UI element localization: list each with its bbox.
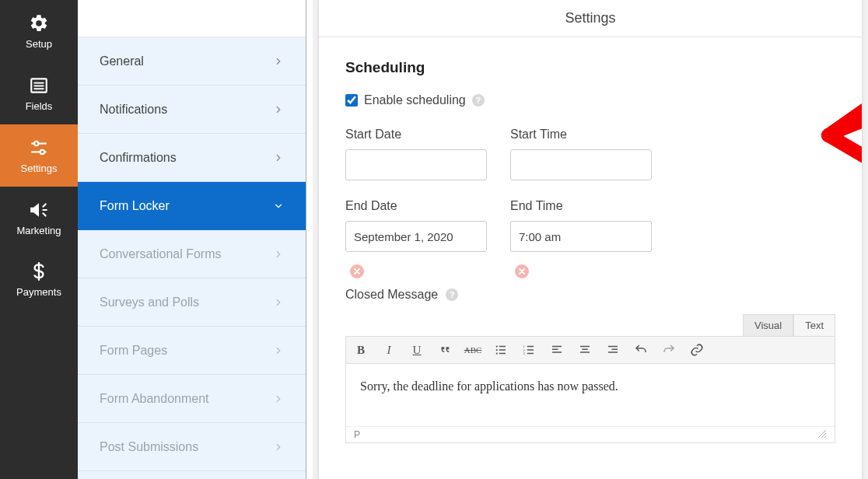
rail-label: Setup <box>26 38 52 50</box>
svg-point-8 <box>496 345 498 347</box>
chevron-right-icon <box>273 56 284 67</box>
numbered-list-icon[interactable]: 123 <box>520 341 537 358</box>
bullet-list-icon[interactable] <box>492 341 509 358</box>
sidebar-item-label: General <box>100 54 144 68</box>
svg-rect-23 <box>580 346 590 348</box>
sidebar-item-post-submissions[interactable]: Post Submissions <box>78 423 306 471</box>
editor-tab-visual[interactable]: Visual <box>743 314 793 337</box>
svg-rect-28 <box>608 351 618 353</box>
svg-rect-25 <box>580 351 590 353</box>
end-time-input[interactable] <box>510 221 652 252</box>
enable-scheduling-row: Enable scheduling ? <box>345 93 835 107</box>
svg-rect-15 <box>527 346 534 348</box>
sidebar-item-confirmations[interactable]: Confirmations <box>78 134 306 182</box>
align-right-icon[interactable] <box>604 341 621 358</box>
sidebar-item-label: Form Locker <box>100 199 170 213</box>
help-icon[interactable]: ? <box>472 94 485 107</box>
main-nav-rail: Setup Fields Settings Marketing Payments <box>0 0 78 479</box>
sidebar-item-conversational-forms[interactable]: Conversational Forms <box>78 230 306 278</box>
svg-rect-9 <box>499 346 506 348</box>
svg-rect-19 <box>527 353 534 355</box>
svg-rect-24 <box>582 349 588 351</box>
end-date-label: End Date <box>345 199 487 213</box>
svg-rect-1 <box>34 82 44 83</box>
italic-icon[interactable]: I <box>380 341 397 358</box>
svg-rect-27 <box>612 349 618 351</box>
redo-icon[interactable] <box>660 341 677 358</box>
chevron-right-icon <box>273 104 284 115</box>
sidebar-item-label: Form Abandonment <box>100 392 209 406</box>
sidebar-item-surveys-polls[interactable]: Surveys and Polls <box>78 278 306 327</box>
end-date-input[interactable] <box>345 221 487 252</box>
chevron-down-icon <box>273 201 284 212</box>
quote-icon[interactable] <box>436 341 453 358</box>
bullhorn-icon <box>29 200 49 220</box>
sidebar-item-label: Form Pages <box>100 344 167 358</box>
settings-sidebar-header <box>78 0 306 37</box>
enable-scheduling-label: Enable scheduling <box>364 93 466 107</box>
sidebar-item-label: Post Submissions <box>100 440 198 454</box>
underline-icon[interactable]: U <box>408 341 425 358</box>
start-time-input[interactable] <box>510 149 652 180</box>
rail-item-marketing[interactable]: Marketing <box>0 187 78 249</box>
section-title: Scheduling <box>345 59 835 76</box>
align-center-icon[interactable] <box>576 341 593 358</box>
gear-icon <box>29 13 49 33</box>
page-title: Settings <box>319 0 862 37</box>
settings-list: General Notifications Confirmations Form… <box>78 37 306 479</box>
editor-tabs: Visual Text <box>345 314 835 337</box>
bold-icon[interactable]: B <box>352 341 369 358</box>
chevron-right-icon <box>273 393 284 404</box>
editor-content[interactable]: Sorry, the deadline for applications has… <box>346 364 835 426</box>
closed-message-label: Closed Message <box>345 288 438 302</box>
main-column: Settings Scheduling Enable scheduling ? … <box>306 0 868 479</box>
enable-scheduling-checkbox[interactable] <box>345 94 358 107</box>
list-icon <box>29 75 49 96</box>
svg-point-10 <box>496 349 498 351</box>
rail-item-settings[interactable]: Settings <box>0 124 78 187</box>
chevron-right-icon <box>273 297 284 308</box>
settings-sidebar: General Notifications Confirmations Form… <box>78 0 306 479</box>
svg-rect-17 <box>527 349 534 351</box>
sidebar-item-notifications[interactable]: Notifications <box>78 86 306 134</box>
sidebar-item-form-pages[interactable]: Form Pages <box>78 327 306 375</box>
chevron-right-icon <box>273 345 284 356</box>
svg-rect-3 <box>34 88 44 89</box>
rail-label: Marketing <box>16 225 61 236</box>
rail-item-setup[interactable]: Setup <box>0 0 78 62</box>
start-date-input[interactable] <box>345 149 487 180</box>
editor-toolbar: B I U ABC 123 <box>346 337 835 364</box>
sliders-icon <box>29 138 49 158</box>
editor-path: P <box>354 429 360 440</box>
clear-end-time-button[interactable] <box>515 264 529 278</box>
svg-rect-26 <box>608 346 618 348</box>
chevron-right-icon <box>273 152 284 163</box>
dollar-icon <box>29 261 49 281</box>
sidebar-item-form-abandonment[interactable]: Form Abandonment <box>78 375 306 423</box>
sidebar-item-general[interactable]: General <box>78 37 306 86</box>
clear-end-date-button[interactable] <box>350 264 364 278</box>
rail-label: Payments <box>16 286 61 298</box>
editor-status-bar: P <box>346 426 835 442</box>
sidebar-item-label: Notifications <box>100 103 167 117</box>
undo-icon[interactable] <box>632 341 649 358</box>
link-icon[interactable] <box>688 341 705 358</box>
svg-rect-13 <box>499 353 506 355</box>
start-date-label: Start Date <box>345 128 487 142</box>
svg-text:3: 3 <box>523 351 526 355</box>
svg-rect-21 <box>552 349 558 351</box>
editor-tab-text[interactable]: Text <box>793 314 835 337</box>
align-left-icon[interactable] <box>548 341 565 358</box>
rail-item-fields[interactable]: Fields <box>0 62 78 124</box>
rail-label: Settings <box>21 163 58 174</box>
help-icon[interactable]: ? <box>446 288 458 301</box>
svg-point-7 <box>40 149 44 153</box>
chevron-right-icon <box>273 442 284 453</box>
svg-rect-20 <box>552 346 562 348</box>
wysiwyg-editor: B I U ABC 123 Sorry, the de <box>345 336 835 443</box>
strikethrough-icon[interactable]: ABC <box>464 341 481 358</box>
sidebar-item-form-locker[interactable]: Form Locker <box>78 182 306 230</box>
page-title-text: Settings <box>565 10 615 26</box>
resize-grip-icon[interactable] <box>817 429 827 440</box>
rail-item-payments[interactable]: Payments <box>0 249 78 309</box>
